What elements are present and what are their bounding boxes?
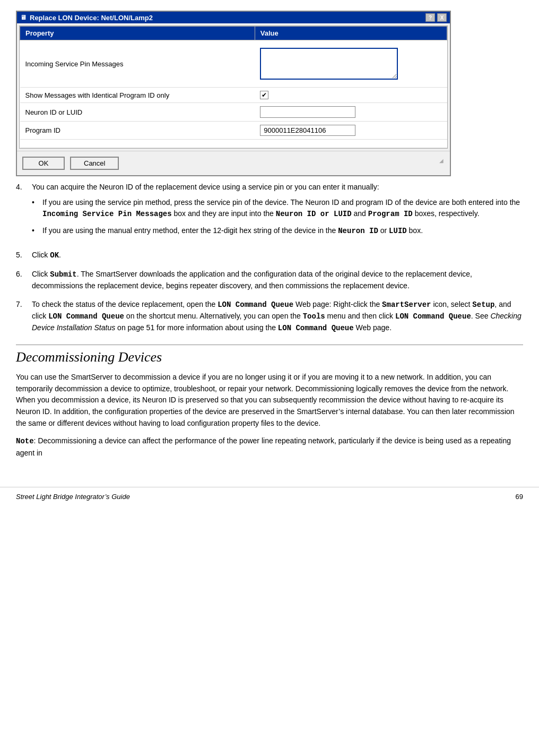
table-row: Show Messages with Identical Program ID …: [20, 88, 447, 103]
step-4-text: You can acquire the Neuron ID of the rep…: [32, 183, 379, 191]
value-cell-neuron-id: [255, 103, 447, 122]
dialog-titlebar: 🖥 Replace LON Device: Net/LON/Lamp2 ? X: [17, 12, 450, 23]
dialog-footer: OK Cancel ◢: [17, 151, 450, 175]
neuron-id-input[interactable]: [260, 106, 355, 118]
value-cell-identical-id: ✔: [255, 88, 447, 103]
bold-ref-neuron-id: Neuron ID or LUID: [276, 210, 352, 218]
bullet-item: • If you are using the service pin metho…: [32, 197, 523, 220]
step-5: 5. Click OK.: [16, 250, 523, 261]
dialog-box: 🖥 Replace LON Device: Net/LON/Lamp2 ? X …: [16, 11, 451, 176]
note-paragraph: Note: Decommissioning a device can affec…: [16, 435, 523, 459]
step-4-bullets: • If you are using the service pin metho…: [32, 197, 523, 237]
step-7: 7. To check the status of the device rep…: [16, 299, 523, 334]
cancel-button[interactable]: Cancel: [70, 157, 119, 170]
help-button[interactable]: ?: [425, 13, 435, 22]
property-label-program-id: Program ID: [20, 122, 255, 140]
titlebar-left: 🖥 Replace LON Device: Net/LON/Lamp2: [20, 14, 153, 22]
bold-ref-incoming: Incoming Service Pin Messages: [42, 210, 172, 218]
identical-id-checkbox[interactable]: ✔: [260, 91, 268, 99]
value-cell-program-id: 9000011E28041106: [255, 122, 447, 140]
table-row: Program ID 9000011E28041106: [20, 122, 447, 140]
property-label-identical-id: Show Messages with Identical Program ID …: [20, 88, 255, 103]
table-row: Incoming Service Pin Messages: [20, 40, 447, 88]
page-footer: Street Light Bridge Integrator’s Guide 6…: [0, 487, 539, 506]
close-button[interactable]: X: [437, 13, 447, 22]
step-4-body: You can acquire the Neuron ID of the rep…: [32, 182, 523, 242]
bold-ref-setup: Setup: [472, 300, 494, 309]
bold-ref-lon-cq: LON Command Queue: [218, 300, 293, 309]
footer-left-text: Street Light Bridge Integrator’s Guide: [16, 493, 130, 501]
property-table: Property Value Incoming Service Pin Mess…: [20, 26, 447, 148]
step-6-text: Click Submit. The SmartServer downloads …: [32, 270, 472, 290]
dialog-title: Replace LON Device: Net/LON/Lamp2: [30, 14, 153, 22]
col-header-property: Property: [20, 27, 255, 40]
section-heading-decommissioning: Decommissioning Devices: [16, 349, 523, 365]
step-7-text: To check the status of the device replac…: [32, 300, 521, 332]
bold-ref-tools: Tools: [303, 312, 325, 321]
footer-page-number: 69: [516, 493, 523, 501]
section-divider: [16, 345, 523, 345]
bold-ref-submit: Submit: [50, 270, 76, 279]
bold-ref-neuron-id-2: Neuron ID: [338, 227, 378, 235]
bold-ref-lon-cq-4: LON Command Queue: [278, 324, 354, 332]
value-cell-service-pin: [255, 40, 447, 88]
step-6-number: 6.: [16, 269, 32, 291]
table-row: Neuron ID or LUID: [20, 103, 447, 122]
bullet-2-text: If you are using the manual entry method…: [42, 225, 523, 237]
bullet-dot: •: [32, 197, 42, 220]
checkbox-container: ✔: [260, 91, 441, 99]
note-label: Note: [16, 437, 34, 445]
col-header-value: Value: [255, 27, 447, 40]
bullet-1-text: If you are using the service pin method,…: [42, 197, 523, 220]
step-5-body: Click OK.: [32, 250, 523, 261]
dialog-content: Property Value Incoming Service Pin Mess…: [19, 25, 448, 149]
step-4-number: 4.: [16, 182, 32, 242]
property-label-service-pin: Incoming Service Pin Messages: [20, 40, 255, 88]
step-7-number: 7.: [16, 299, 32, 334]
bold-ref-luid: LUID: [389, 227, 407, 235]
step-6: 6. Click Submit. The SmartServer downloa…: [16, 269, 523, 291]
spacer-row: [20, 140, 447, 148]
decommissioning-body: You can use the SmartServer to decommiss…: [16, 372, 523, 429]
main-content: 4. You can acquire the Neuron ID of the …: [0, 182, 539, 476]
ok-button[interactable]: OK: [22, 157, 65, 170]
property-label-neuron-id: Neuron ID or LUID: [20, 103, 255, 122]
bullet-item: • If you are using the manual entry meth…: [32, 225, 523, 237]
resize-handle: ◢: [439, 157, 445, 170]
program-id-value: 9000011E28041106: [260, 125, 355, 136]
step-6-body: Click Submit. The SmartServer downloads …: [32, 269, 523, 291]
bold-ref-program-id: Program ID: [368, 210, 413, 218]
bold-ref-smartserver: SmartServer: [382, 300, 431, 309]
bold-ref-lon-cq-2: LON Command Queue: [48, 312, 124, 321]
dialog-wrapper: 🖥 Replace LON Device: Net/LON/Lamp2 ? X …: [0, 0, 539, 182]
step-7-body: To check the status of the device replac…: [32, 299, 523, 334]
note-text: : Decommissioning a device can affect th…: [16, 436, 511, 457]
steps-list: 4. You can acquire the Neuron ID of the …: [16, 182, 523, 334]
titlebar-buttons: ? X: [425, 13, 447, 22]
step-5-text: Click OK.: [32, 251, 61, 259]
bold-ref-lon-cq-3: LON Command Queue: [395, 312, 471, 321]
step-5-number: 5.: [16, 250, 32, 261]
step-4: 4. You can acquire the Neuron ID of the …: [16, 182, 523, 242]
service-pin-textarea[interactable]: [260, 48, 398, 80]
bullet-dot: •: [32, 225, 42, 237]
bold-ref-ok: OK: [50, 251, 59, 260]
dialog-window-icon: 🖥: [20, 14, 27, 21]
